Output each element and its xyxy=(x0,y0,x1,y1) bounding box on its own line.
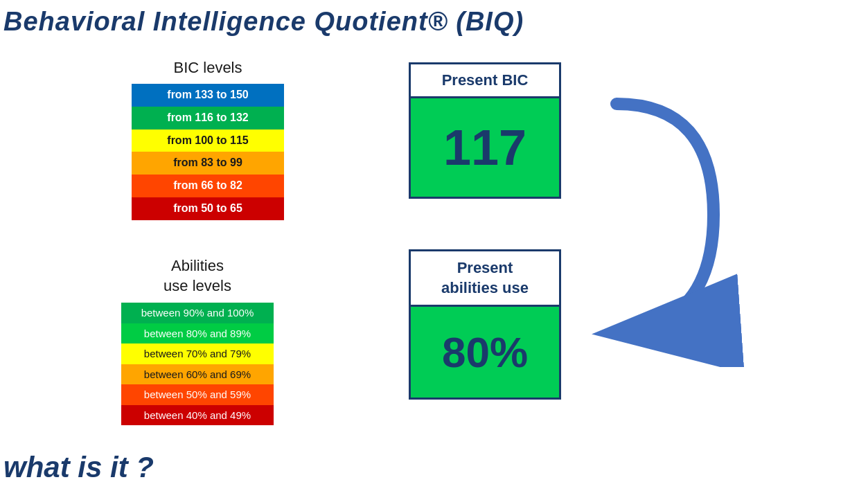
present-abilities-box: Present abilities use 80% xyxy=(409,249,561,400)
bottom-label: what is it ? xyxy=(3,451,154,484)
bic-row-5: from 66 to 82 xyxy=(132,175,284,197)
ab-row-2: between 80% and 89% xyxy=(121,323,274,344)
bic-row-1: from 133 to 150 xyxy=(132,84,284,107)
present-abilities-header: Present abilities use xyxy=(411,251,559,307)
bic-levels-title: BIC levels xyxy=(132,59,284,77)
abilities-levels-table: between 90% and 100% between 80% and 89%… xyxy=(121,303,274,425)
bic-row-4: from 83 to 99 xyxy=(132,152,284,175)
ab-row-4: between 60% and 69% xyxy=(121,364,274,385)
present-bic-box: Present BIC 117 xyxy=(409,62,561,199)
present-abilities-value: 80% xyxy=(411,307,559,398)
ab-row-1: between 90% and 100% xyxy=(121,303,274,323)
abilities-title: Abilities use levels xyxy=(121,256,274,296)
bic-row-3: from 100 to 115 xyxy=(132,130,284,152)
present-bic-section: Present BIC 117 xyxy=(409,62,561,199)
ab-row-6: between 40% and 49% xyxy=(121,405,274,426)
ab-row-5: between 50% and 59% xyxy=(121,384,274,405)
abilities-levels-section: Abilities use levels between 90% and 100… xyxy=(121,256,274,425)
page-title: Behavioral Intelligence Quotient® (BIQ) xyxy=(3,7,524,37)
bic-row-6: from 50 to 65 xyxy=(132,197,284,220)
present-abilities-section: Present abilities use 80% xyxy=(409,249,561,400)
bic-levels-section: BIC levels from 133 to 150 from 116 to 1… xyxy=(132,59,284,220)
ab-row-3: between 70% and 79% xyxy=(121,343,274,364)
present-bic-value: 117 xyxy=(411,98,559,197)
arrow-icon xyxy=(561,90,769,367)
bic-levels-table: from 133 to 150 from 116 to 132 from 100… xyxy=(132,84,284,220)
present-bic-header: Present BIC xyxy=(411,64,559,98)
bic-row-2: from 116 to 132 xyxy=(132,107,284,130)
